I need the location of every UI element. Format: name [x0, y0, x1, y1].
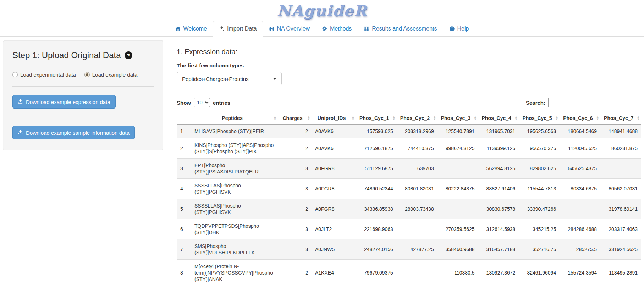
upload-panel: Step 1: Upload Original Data ? Load expe… — [3, 40, 163, 150]
column-header-peptides[interactable]: Peptides ▲▼ — [191, 112, 278, 125]
intensity-value-cell: 31978.69141 — [600, 199, 641, 219]
table-row[interactable]: 3EPT[Phospho (STY)]PSIASDISLPIATQELR3A0F… — [177, 159, 641, 179]
table-row[interactable]: 8M[Acetyl (Protein N-term)]NPVYSPGSSGVPY… — [177, 260, 641, 286]
table-row[interactable]: 4SSSSLLAS[Phospho (STY)]PGHISVK3A0FGR874… — [177, 179, 641, 199]
column-header-phos-cyc-4[interactable]: Phos_Cyc_4 ▲▼ — [478, 112, 519, 125]
tab-welcome[interactable]: Welcome — [169, 21, 213, 37]
sort-icon: ▲▼ — [474, 116, 477, 121]
download-expression-data-button[interactable]: Download example expression data — [12, 95, 116, 109]
intensity-value-cell: 33390.47266 — [519, 199, 560, 219]
intensity-value-cell: 316457.7188 — [478, 239, 519, 260]
question-help-icon[interactable]: ? — [125, 51, 132, 59]
radio-load-experimental[interactable]: Load experimental data — [12, 72, 76, 78]
tab-label: Welcome — [183, 26, 207, 32]
search-input[interactable] — [548, 98, 641, 107]
charge-cell: 3 — [278, 239, 312, 260]
intensity-value-cell: 829802.625 — [519, 159, 560, 179]
tab-import-data[interactable]: Import Data — [213, 21, 263, 37]
intensity-value-cell: 80334.6875 — [560, 179, 600, 199]
table-row[interactable]: 1MLISAVS[Phospho (STY)]PEIR2A0AVK6157593… — [177, 125, 641, 138]
column-header-uniprot-ids[interactable]: Uniprot_IDs ▲▼ — [312, 112, 356, 125]
peptide-cell: EPT[Phospho (STY)]PSIASDISLPIATQELR — [191, 159, 278, 179]
charge-cell: 3 — [278, 159, 312, 179]
intensity-value-cell: 113495.2891 — [600, 260, 641, 286]
intensity-value-cell — [560, 199, 600, 219]
intensity-value-cell: 30830.67578 — [478, 199, 519, 219]
intensity-value-cell: 358460.9688 — [437, 239, 478, 260]
intensity-value-cell: 203317.4063 — [600, 219, 641, 239]
charge-cell: 3 — [278, 219, 312, 239]
uniprot-cell: A0FGR8 — [312, 199, 356, 219]
section-title: 1. Expression data: — [177, 48, 641, 56]
sort-icon: ▲▼ — [392, 116, 395, 121]
sort-icon: ▲▼ — [637, 116, 640, 121]
sort-icon: ▲▼ — [596, 116, 599, 121]
intensity-value-cell — [437, 159, 478, 179]
intensity-value-cell: 130927.3672 — [478, 260, 519, 286]
column-header-phos-cyc-6[interactable]: Phos_Cyc_6 ▲▼ — [560, 112, 600, 125]
sort-icon: ▲▼ — [514, 116, 517, 121]
charge-cell: 2 — [278, 260, 312, 286]
column-header-phos-cyc-1[interactable]: Phos_Cyc_1 ▲▼ — [356, 112, 397, 125]
intensity-value-cell: 110380.5 — [437, 260, 478, 286]
intensity-value-cell: 82461.96094 — [519, 260, 560, 286]
download-icon — [18, 99, 23, 105]
tab-results-assessments[interactable]: Results and Assessments — [358, 21, 443, 37]
page-content: Step 1: Upload Original Data ? Load expe… — [0, 37, 644, 286]
tab-label: Methods — [330, 26, 352, 32]
column-header-phos-cyc-7[interactable]: Phos_Cyc_7 ▲▼ — [600, 112, 641, 125]
intensity-value-cell: 645625.4375 — [560, 159, 600, 179]
intensity-value-cell: 639703 — [397, 159, 437, 179]
radio-unchecked-icon — [12, 72, 18, 77]
column-header-phos-cyc-3[interactable]: Phos_Cyc_3 ▲▼ — [437, 112, 478, 125]
intensity-value-cell — [397, 260, 437, 286]
intensity-value-cell: 270359.5625 — [437, 219, 478, 239]
tab-methods[interactable]: Methods — [316, 21, 358, 37]
table-row[interactable]: 7SMS[Phospho (STY)]VDLSHIPLKDPLLFK3A0JNW… — [177, 239, 641, 260]
tab-help[interactable]: Help — [443, 21, 475, 37]
download-sample-info-button[interactable]: Download example sample information data — [12, 126, 135, 139]
page-length-select[interactable]: 10 — [194, 98, 210, 107]
intensity-value-cell: 195625.6563 — [519, 125, 560, 138]
uniprot-cell: A0AVK6 — [312, 138, 356, 159]
tab-na-overview[interactable]: NA Overview — [263, 21, 316, 37]
intensity-value-cell: 148941.4688 — [600, 125, 641, 138]
upload-icon — [219, 26, 225, 32]
button-label: Download example expression data — [26, 99, 110, 105]
intensity-value-cell: 562894.8125 — [478, 159, 519, 179]
sort-icon: ▲▼ — [307, 116, 310, 121]
radio-label: Load experimental data — [20, 72, 76, 78]
table-row[interactable]: 5SSSSLLAS[Phospho (STY)]PGHISVK2A0FGR834… — [177, 199, 641, 219]
intensity-value-cell: 157593.625 — [356, 125, 397, 138]
table-row[interactable]: 6TQDPVPPETPSDS[Phospho (STY)]DHK3A0JLT22… — [177, 219, 641, 239]
sort-icon: ▲▼ — [274, 116, 276, 121]
expression-table-body: 1MLISAVS[Phospho (STY)]PEIR2A0AVK6157593… — [177, 125, 641, 286]
panel-title: Step 1: Upload Original Data — [12, 50, 121, 60]
show-label: Show — [177, 100, 191, 106]
column-types-select[interactable]: Peptides+Charges+Proteins — [177, 72, 282, 85]
uniprot-cell: A0JLT2 — [312, 219, 356, 239]
column-header-charges[interactable]: Charges ▲▼ — [278, 112, 312, 125]
column-header-label: Phos_Cyc_6 — [563, 115, 593, 121]
intensity-value-cell: 248274.0156 — [356, 239, 397, 260]
divider — [12, 117, 154, 117]
column-header-label: Phos_Cyc_3 — [441, 115, 470, 121]
uniprot-cell: A0JNW5 — [312, 239, 356, 260]
tab-label: Import Data — [227, 26, 257, 32]
binoculars-icon — [269, 26, 275, 32]
table-header-row: Peptides ▲▼ Charges ▲▼ Uniprot_IDs ▲▼ Ph… — [177, 112, 641, 125]
column-header-phos-cyc-5[interactable]: Phos_Cyc_5 ▲▼ — [519, 112, 560, 125]
peptide-cell: M[Acetyl (Protein N-term)]NPVYSPGSSGVPY[… — [191, 260, 278, 286]
radio-load-example[interactable]: Load example data — [84, 72, 138, 78]
intensity-value-cell: 88827.91406 — [478, 179, 519, 199]
column-header-label: Peptides — [222, 115, 242, 121]
intensity-value-cell: 956570.375 — [519, 138, 560, 159]
row-index-cell: 4 — [177, 179, 191, 199]
button-label: Download example sample information data — [26, 130, 130, 136]
column-header-phos-cyc-2[interactable]: Phos_Cyc_2 ▲▼ — [397, 112, 437, 125]
search-control: Search: — [526, 98, 641, 107]
table-row[interactable]: 2KINS[Phospho (STY)]APS[Phospho (STY)]S[… — [177, 138, 641, 159]
column-header-label: Uniprot_IDs — [318, 115, 346, 121]
intensity-value-cell: 155724.3594 — [560, 260, 600, 286]
intensity-value-cell: 34336.85938 — [356, 199, 397, 219]
